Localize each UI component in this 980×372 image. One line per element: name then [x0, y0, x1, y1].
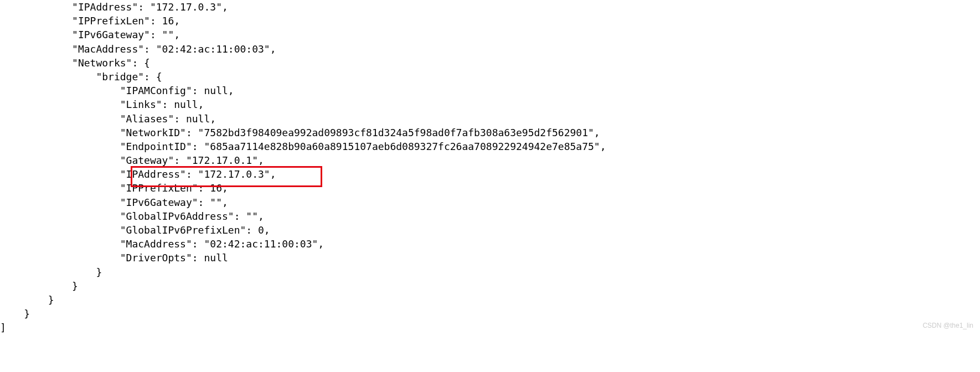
code-line: "DriverOpts": null [0, 251, 980, 265]
code-line: "EndpointID": "685aa7114e828b90a60a89151… [0, 140, 980, 153]
code-line: "IPv6Gateway": "", [0, 28, 980, 42]
json-code-block: "IPAddress": "172.17.0.3", "IPPrefixLen"… [0, 0, 980, 335]
code-line: "IPv6Gateway": "", [0, 195, 980, 209]
code-line: "Aliases": null, [0, 112, 980, 126]
code-line: "Gateway": "172.17.0.1", [0, 153, 980, 167]
code-line: "NetworkID": "7582bd3f98409ea992ad09893c… [0, 126, 980, 140]
code-line: "MacAddress": "02:42:ac:11:00:03", [0, 42, 980, 56]
code-line: } [0, 293, 980, 307]
code-line: "MacAddress": "02:42:ac:11:00:03", [0, 237, 980, 251]
code-line: "GlobalIPv6Address": "", [0, 209, 980, 223]
code-line: "IPPrefixLen": 16, [0, 181, 980, 195]
code-line: "bridge": { [0, 70, 980, 84]
code-line: "IPPrefixLen": 16, [0, 14, 980, 28]
code-line: "IPAMConfig": null, [0, 84, 980, 97]
code-line: "Networks": { [0, 56, 980, 70]
code-line: "Links": null, [0, 97, 980, 111]
code-line: "IPAddress": "172.17.0.3", [0, 0, 980, 14]
code-line: } [0, 307, 980, 321]
code-line: ] [0, 321, 980, 334]
code-line: } [0, 265, 980, 279]
code-line: "GlobalIPv6PrefixLen": 0, [0, 223, 980, 237]
code-line: } [0, 279, 980, 293]
watermark-text: CSDN @the1_lin [922, 321, 973, 330]
code-line-highlighted: "IPAddress": "172.17.0.3", [0, 167, 980, 181]
